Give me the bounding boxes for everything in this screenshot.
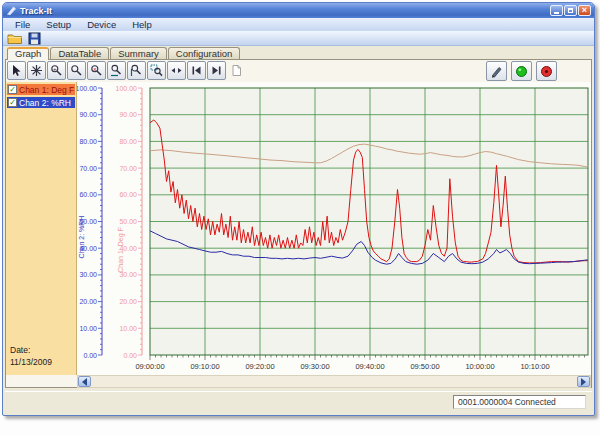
svg-text:09:00:00: 09:00:00 xyxy=(135,362,164,371)
svg-text:Chan 1: Deg F: Chan 1: Deg F xyxy=(117,227,125,273)
zoom-in-button[interactable]: + xyxy=(47,61,66,80)
reset-zoom-button[interactable] xyxy=(27,61,46,80)
tab-graph[interactable]: Graph xyxy=(7,47,49,60)
horizontal-scrollbar[interactable] xyxy=(77,375,591,388)
svg-text:30.00: 30.00 xyxy=(79,271,97,278)
red-led-icon xyxy=(539,64,554,79)
zoom-x-axis-button[interactable] xyxy=(107,61,126,80)
svg-text:60.00: 60.00 xyxy=(119,191,137,198)
chart-toolbar: + x xyxy=(7,61,246,83)
scrollbar-left-arrow[interactable] xyxy=(78,376,91,387)
svg-text:10:10:00: 10:10:00 xyxy=(520,362,549,371)
pan-icon xyxy=(170,64,183,77)
right-axis: 0.0010.0020.0030.0040.0050.0060.0070.008… xyxy=(116,85,142,359)
menu-help[interactable]: Help xyxy=(124,18,160,31)
maximize-icon xyxy=(568,8,573,13)
svg-text:09:20:00: 09:20:00 xyxy=(245,362,274,371)
file-toolbar xyxy=(3,31,594,46)
date-label: Date: xyxy=(10,345,52,355)
pen-icon xyxy=(489,64,504,79)
svg-text:100.00: 100.00 xyxy=(77,85,97,92)
date-value: 11/13/2009 xyxy=(10,357,52,367)
channel-2-checkbox[interactable]: ✓ xyxy=(8,98,17,107)
maximize-button[interactable] xyxy=(564,5,577,16)
date-box: Date: 11/13/2009 xyxy=(10,345,52,367)
svg-text:10:00:00: 10:00:00 xyxy=(465,362,494,371)
svg-text:20.00: 20.00 xyxy=(79,298,97,305)
last-page-button[interactable] xyxy=(207,61,226,80)
blank-page-icon xyxy=(230,64,243,77)
minimize-icon xyxy=(554,12,559,14)
save-floppy-icon xyxy=(28,32,41,45)
open-file-button[interactable] xyxy=(7,32,23,45)
svg-text:09:10:00: 09:10:00 xyxy=(190,362,219,371)
last-page-icon xyxy=(210,64,223,77)
zoom-window-button[interactable] xyxy=(147,61,166,80)
svg-text:0.00: 0.00 xyxy=(83,352,97,359)
svg-text:10.00: 10.00 xyxy=(119,325,137,332)
menu-file[interactable]: File xyxy=(7,18,38,31)
close-button[interactable]: × xyxy=(578,5,591,16)
zoom-y-axis-icon xyxy=(130,64,143,77)
menu-device[interactable]: Device xyxy=(79,18,124,31)
new-page-button[interactable] xyxy=(227,61,246,80)
left-axis: 0.0010.0020.0030.0040.0050.0060.0070.008… xyxy=(77,85,102,359)
zoom-window-icon xyxy=(150,64,163,77)
channel-1-label: Chan 1: Deg F xyxy=(19,85,74,95)
green-led-icon xyxy=(514,64,529,79)
status-bar: 0001.0000004 Connected xyxy=(5,391,592,411)
annotate-pen-button[interactable] xyxy=(486,61,507,81)
pan-button[interactable] xyxy=(167,61,186,80)
right-arrow-icon xyxy=(581,378,590,386)
svg-text:10.00: 10.00 xyxy=(79,325,97,332)
svg-text:0.00: 0.00 xyxy=(123,352,137,359)
app-logo-icon xyxy=(6,5,17,16)
channel-row-2[interactable]: ✓ Chan 2: %RH xyxy=(7,97,75,108)
chart-area: 0.0010.0020.0030.0040.0050.0060.0070.008… xyxy=(77,82,591,375)
menu-bar: File Setup Device Help xyxy=(3,18,594,31)
app-window: Track-It × File Setup Device Help Graph … xyxy=(2,2,595,416)
starburst-icon xyxy=(30,64,43,77)
left-arrow-icon xyxy=(78,378,87,386)
start-device-button[interactable] xyxy=(511,61,532,81)
stop-device-button[interactable] xyxy=(536,61,557,81)
cursor-icon xyxy=(10,64,23,77)
zoom-in-icon: + xyxy=(50,64,63,77)
first-page-button[interactable] xyxy=(187,61,206,80)
window-title: Track-It xyxy=(20,6,549,16)
minimize-button[interactable] xyxy=(550,5,563,16)
svg-text:100.00: 100.00 xyxy=(116,85,138,92)
close-icon: × xyxy=(582,6,587,15)
channel-sidebar: ✓ Chan 1: Deg F ✓ Chan 2: %RH Date: 11/1… xyxy=(6,82,77,375)
svg-text:80.00: 80.00 xyxy=(119,138,137,145)
cursor-button[interactable] xyxy=(7,61,26,80)
tab-bar: Graph DataTable Summary Configuration xyxy=(3,46,594,60)
save-file-button[interactable] xyxy=(28,32,41,45)
svg-text:90.00: 90.00 xyxy=(119,111,137,118)
title-bar[interactable]: Track-It × xyxy=(3,3,594,18)
svg-text:60.00: 60.00 xyxy=(79,191,97,198)
svg-text:09:50:00: 09:50:00 xyxy=(410,362,439,371)
device-toolbar xyxy=(486,61,557,81)
zoom-button[interactable] xyxy=(67,61,86,80)
channel-row-1[interactable]: ✓ Chan 1: Deg F xyxy=(7,84,75,95)
open-folder-icon xyxy=(7,32,23,45)
svg-text:90.00: 90.00 xyxy=(79,111,97,118)
chart-plot[interactable]: 0.0010.0020.0030.0040.0050.0060.0070.008… xyxy=(77,82,589,374)
menu-setup[interactable]: Setup xyxy=(38,18,79,31)
svg-text:x: x xyxy=(93,66,96,72)
svg-text:50.00: 50.00 xyxy=(119,218,137,225)
zoom-y-axis-button[interactable] xyxy=(127,61,146,80)
scrollbar-right-arrow[interactable] xyxy=(577,376,590,387)
first-page-icon xyxy=(190,64,203,77)
x-axis: 09:00:0009:10:0009:20:0009:30:0009:40:00… xyxy=(135,355,584,371)
svg-text:70.00: 70.00 xyxy=(79,165,97,172)
zoom-cancel-button[interactable]: x xyxy=(87,61,106,80)
svg-text:Chan 2: %RH: Chan 2: %RH xyxy=(78,216,85,259)
svg-text:20.00: 20.00 xyxy=(119,298,137,305)
svg-text:09:40:00: 09:40:00 xyxy=(355,362,384,371)
svg-text:09:30:00: 09:30:00 xyxy=(300,362,329,371)
channel-1-checkbox[interactable]: ✓ xyxy=(8,85,17,94)
svg-text:70.00: 70.00 xyxy=(119,165,137,172)
svg-text:+: + xyxy=(53,66,57,72)
